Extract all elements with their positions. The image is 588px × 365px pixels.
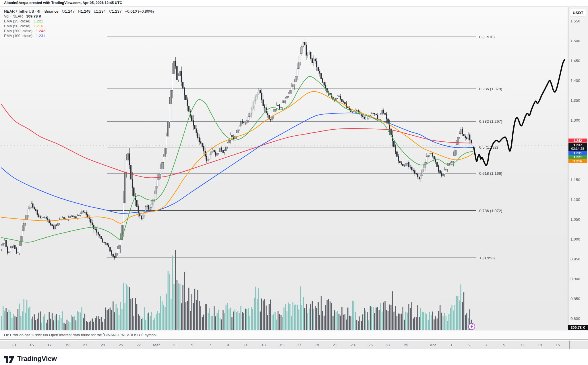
price-badge-value: 1.216 xyxy=(573,159,582,163)
candle-down xyxy=(35,209,36,211)
volume-bar xyxy=(83,318,84,330)
volume-bar xyxy=(172,256,173,330)
time-axis-label: 13 xyxy=(261,343,266,347)
lightning-icon[interactable] xyxy=(469,323,475,330)
time-axis-label: 27 xyxy=(386,343,390,347)
candle-down xyxy=(206,156,207,161)
volume-bar xyxy=(263,301,264,330)
candle-down xyxy=(362,116,363,117)
volume-bar xyxy=(18,309,18,330)
candle-up xyxy=(380,114,381,119)
volume-bar xyxy=(49,312,50,330)
candle-up xyxy=(239,126,240,130)
volume-bar xyxy=(3,306,3,330)
symbol-legend-row[interactable]: NEAR / TetherUS·4h·Binance O1.247 H1.249… xyxy=(4,9,154,14)
volume-bar xyxy=(450,308,451,330)
volume-bar xyxy=(278,311,278,330)
candle-up xyxy=(168,122,169,136)
candle-up xyxy=(20,236,21,246)
candle-up xyxy=(298,62,299,69)
volume-bar xyxy=(408,304,409,330)
candle-down xyxy=(93,225,94,229)
ema50-legend-row[interactable]: EMA (50, close) 1.216 xyxy=(4,24,154,28)
candle-up xyxy=(240,121,241,126)
volume-bar xyxy=(223,310,223,330)
candle-up xyxy=(78,216,79,216)
volume-bar xyxy=(235,309,235,330)
candle-up xyxy=(459,134,460,137)
volume-legend-row[interactable]: Vol · NEAR 309.78 K xyxy=(4,14,154,19)
time-axis-label: 29 xyxy=(404,343,408,347)
candle-up xyxy=(80,214,81,216)
time-axis-label: 21 xyxy=(333,343,337,347)
candle-down xyxy=(130,165,131,179)
candle-down xyxy=(411,167,412,170)
symbol-interval[interactable]: 4h xyxy=(37,9,41,14)
volume-bar xyxy=(205,304,206,330)
volume-bar xyxy=(282,317,283,330)
volume-bar xyxy=(298,310,299,330)
close-label: C xyxy=(109,9,112,14)
tradingview-logo-text: TradingView xyxy=(17,355,57,363)
symbol-exchange[interactable]: Binance xyxy=(45,9,59,14)
volume-bar xyxy=(257,299,258,330)
candle-down xyxy=(410,167,411,167)
volume-bar xyxy=(374,313,375,330)
ema25-legend-row[interactable]: EMA (25, close) 1.221 xyxy=(4,19,154,24)
time-axis-label: 21 xyxy=(83,343,87,347)
price-axis-panel[interactable] xyxy=(568,6,588,330)
volume-bar xyxy=(13,314,14,330)
volume-bar xyxy=(328,299,329,330)
candle-up xyxy=(373,113,374,114)
volume-bar xyxy=(215,316,216,330)
time-axis-label: 23 xyxy=(351,343,355,347)
ema200-legend-row[interactable]: EMA (200, close) 1.242 xyxy=(4,28,154,33)
time-axis-label: 27 xyxy=(136,343,141,347)
candle-down xyxy=(194,125,195,129)
volume-bar xyxy=(246,309,247,330)
time-axis-band[interactable] xyxy=(0,341,588,349)
volume-bar xyxy=(459,300,460,330)
chart-canvas[interactable]: 0 (1.510)0.236 (1.379)0.382 (1.297)0.5 (… xyxy=(0,0,588,365)
volume-bar xyxy=(151,312,152,330)
price-axis-label: 0.800 xyxy=(570,316,580,321)
price-badge-ema25: 1.221 xyxy=(568,155,587,159)
currency-button[interactable]: USDT xyxy=(570,9,586,16)
volume-bar xyxy=(394,312,394,330)
volume-bar xyxy=(295,305,296,330)
volume-bar xyxy=(438,311,439,330)
candle-up xyxy=(217,153,218,155)
candle-down xyxy=(110,247,111,251)
volume-bar xyxy=(35,320,36,330)
pane-separator[interactable] xyxy=(0,339,588,340)
candle-down xyxy=(469,135,470,140)
volume-bar xyxy=(300,287,301,330)
candle-up xyxy=(237,130,238,133)
volume-bar xyxy=(347,308,348,330)
candle-up xyxy=(142,216,143,219)
time-axis-label: Mar xyxy=(153,343,160,347)
candle-down xyxy=(399,161,400,163)
high-value: 1.249 xyxy=(81,9,90,14)
ema100-legend-row[interactable]: EMA (100, close) 1.231 xyxy=(4,33,154,38)
candle-down xyxy=(261,93,262,100)
symbol-name[interactable]: NEAR / TetherUS xyxy=(4,9,34,14)
volume-bar xyxy=(117,308,118,330)
volume-bar xyxy=(157,311,158,330)
volume-bar xyxy=(78,312,79,330)
candle-down xyxy=(86,212,87,214)
candle-down xyxy=(325,85,326,89)
volume-bar xyxy=(434,319,434,330)
volume-bar xyxy=(304,308,305,330)
time-axis-label: 9 xyxy=(227,343,229,347)
volume-bar xyxy=(390,305,391,330)
volume-bar xyxy=(301,305,302,330)
volume-bar xyxy=(169,274,170,330)
candle-down xyxy=(245,123,246,123)
candle-down xyxy=(343,102,344,102)
time-axis-label: 17 xyxy=(47,343,52,347)
tradingview-footer-logo[interactable]: TradingView xyxy=(4,354,57,364)
volume-bar xyxy=(119,315,119,330)
candle-up xyxy=(179,71,180,76)
chart-pane-bg[interactable] xyxy=(0,6,568,330)
